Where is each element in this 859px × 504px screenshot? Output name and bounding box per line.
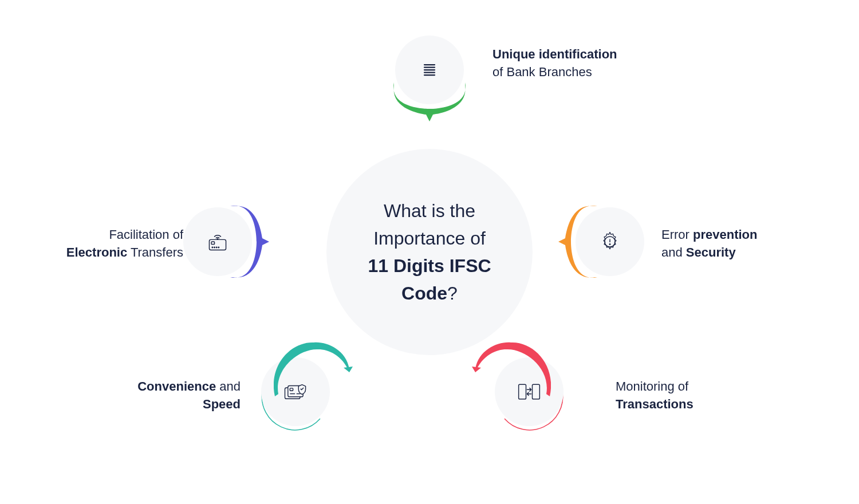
pointer-shape <box>384 82 475 128</box>
svg-point-20 <box>218 247 219 247</box>
center-q: ? <box>447 283 458 304</box>
pointer-shape <box>551 196 597 288</box>
svg-point-19 <box>216 247 216 247</box>
label-bold: Electronic <box>66 245 127 259</box>
gear-alert-icon <box>597 229 622 254</box>
svg-rect-16 <box>211 242 214 245</box>
svg-point-18 <box>214 247 215 247</box>
label-pre: Monitoring of <box>616 379 688 393</box>
center-line2: Importance of <box>373 228 486 249</box>
card-wifi-icon <box>205 229 230 254</box>
node-unique-identification <box>395 36 464 104</box>
pointer-shape <box>274 337 354 405</box>
pointer-shape <box>230 196 276 288</box>
label-unique-identification: Unique identification of Bank Branches <box>492 46 641 81</box>
label-convenience-speed: Convenience and Speed <box>103 378 241 414</box>
label-rest: of Bank Branches <box>492 65 592 79</box>
center-bold: 11 Digits IFSC Code <box>368 255 491 304</box>
svg-point-21 <box>217 239 218 239</box>
pointer-shape <box>471 337 551 405</box>
label-error-prevention: Error prevention and Security <box>661 226 810 262</box>
label-mid: and <box>661 245 686 259</box>
svg-point-7 <box>609 244 610 245</box>
label-bold: Unique identification <box>492 47 617 61</box>
label-bold1: prevention <box>693 227 757 242</box>
center-title: What is the Importance of 11 Digits IFSC… <box>349 197 510 307</box>
node-error-prevention <box>576 207 644 276</box>
list-icon <box>417 57 442 82</box>
label-electronic-transfers: Facilitation of Electronic Transfers <box>46 226 183 262</box>
label-pre: Facilitation of <box>109 227 183 242</box>
label-bold2: Speed <box>203 397 241 411</box>
label-bold1: Convenience <box>137 379 216 393</box>
center-hub: What is the Importance of 11 Digits IFSC… <box>326 149 533 355</box>
label-bold2: Security <box>686 245 736 259</box>
center-line1: What is the <box>384 200 475 221</box>
node-monitoring-transactions <box>495 357 564 426</box>
svg-rect-15 <box>209 239 226 250</box>
label-pre: Error <box>661 227 693 242</box>
label-bold: Transactions <box>616 397 693 411</box>
svg-point-17 <box>212 247 212 247</box>
label-mid: and <box>216 379 241 393</box>
node-electronic-transfers <box>183 207 252 276</box>
label-monitoring-transactions: Monitoring of Transactions <box>616 378 765 414</box>
node-convenience-speed <box>261 357 330 426</box>
